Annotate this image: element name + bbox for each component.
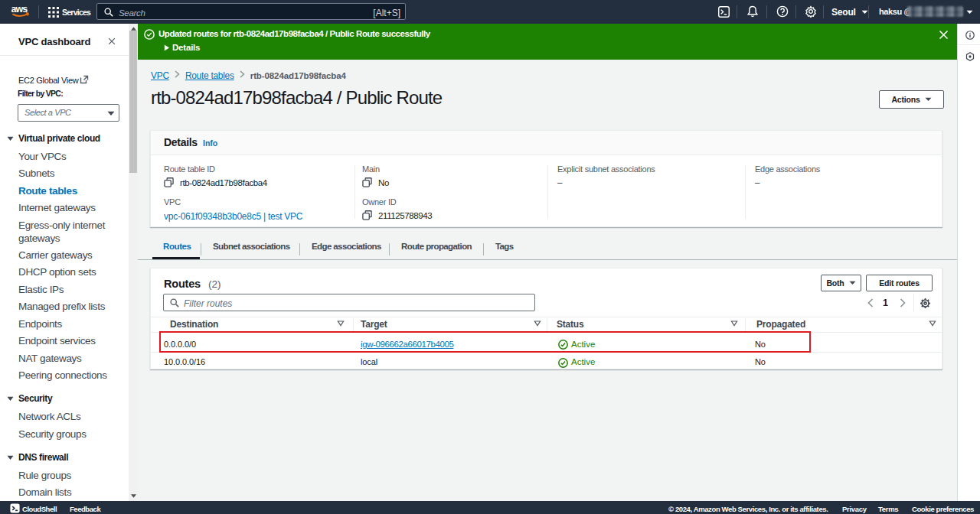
svg-text:aws: aws [11,5,28,15]
